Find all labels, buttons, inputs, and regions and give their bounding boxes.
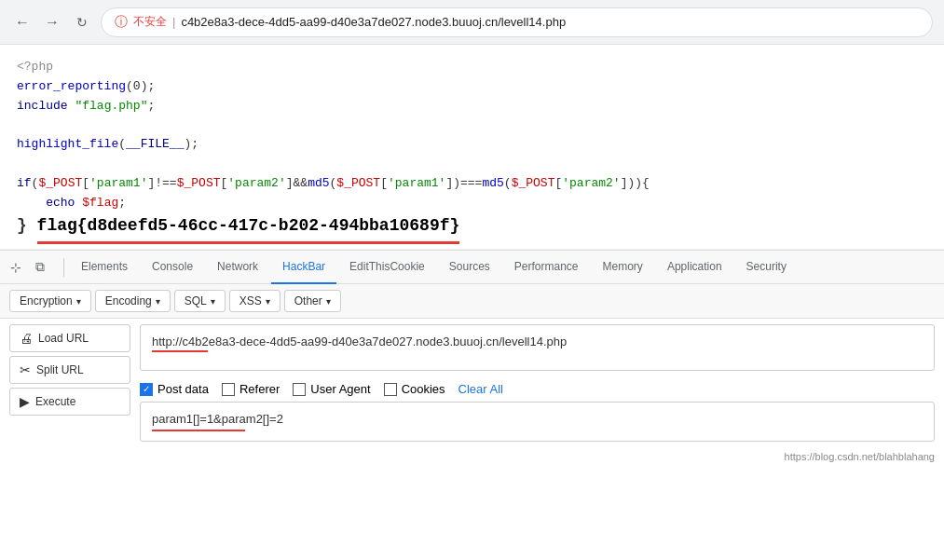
source-line-3: include "flag.php"; xyxy=(17,97,927,116)
encoding-label: Encoding xyxy=(105,294,152,307)
separator: | xyxy=(172,15,175,29)
postdata-checkbox[interactable]: ✓ xyxy=(140,383,153,396)
source-line-1: <?php xyxy=(17,58,927,77)
other-menu[interactable]: Other ▾ xyxy=(284,290,341,312)
url-input[interactable]: http://c4b2e8a3-dece-4dd5-aa99-d40e3a7de… xyxy=(140,324,935,371)
split-url-icon: ✂ xyxy=(20,362,31,377)
source-line-7: if($_POST['param1']!==$_POST['param2']&&… xyxy=(17,174,927,194)
tab-hackbar[interactable]: HackBar xyxy=(271,251,336,284)
xss-label: XSS xyxy=(239,294,262,307)
encoding-menu[interactable]: Encoding ▾ xyxy=(95,290,171,312)
dt-icon-group: ⊹ ⧉ xyxy=(6,257,50,278)
load-url-label: Load URL xyxy=(38,332,89,345)
toolbar-divider xyxy=(63,258,64,277)
referer-option[interactable]: Referer xyxy=(222,382,280,396)
encoding-arrow: ▾ xyxy=(156,296,160,307)
referer-checkbox[interactable] xyxy=(222,383,235,396)
insecure-label: 不安全 xyxy=(133,14,167,30)
url-underline xyxy=(152,350,208,352)
source-line-9: } flag{d8deefd5-46cc-417c-b202-494bba106… xyxy=(17,212,927,244)
tab-console[interactable]: Console xyxy=(141,251,204,284)
execute-icon: ▶ xyxy=(20,394,30,409)
tab-network[interactable]: Network xyxy=(206,251,269,284)
useragent-label: User Agent xyxy=(310,382,370,396)
source-line-5: highlight_file(__FILE__); xyxy=(17,135,927,155)
encryption-arrow: ▾ xyxy=(76,296,81,307)
other-arrow: ▾ xyxy=(326,296,331,307)
referer-label: Referer xyxy=(239,382,280,396)
tab-application[interactable]: Application xyxy=(656,251,733,284)
hackbar-area: Encryption ▾ Encoding ▾ SQL ▾ XSS ▾ Othe… xyxy=(0,284,944,466)
url-value: http://c4b2e8a3-dece-4dd5-aa99-d40e3a7de… xyxy=(152,335,567,348)
source-line-8: echo $flag; xyxy=(17,194,927,213)
encryption-menu[interactable]: Encryption ▾ xyxy=(9,290,91,312)
tab-memory[interactable]: Memory xyxy=(592,251,654,284)
postdata-option[interactable]: ✓ Post data xyxy=(140,382,209,396)
devtools-toolbar: ⊹ ⧉ Elements Console Network HackBar Edi… xyxy=(0,251,944,284)
tab-performance[interactable]: Performance xyxy=(503,251,590,284)
source-line-4 xyxy=(17,116,927,135)
source-line-2: error_reporting(0); xyxy=(17,77,927,97)
hackbar-options: ✓ Post data Referer User Agent Cookies xyxy=(140,376,935,402)
load-url-icon: 🖨 xyxy=(20,331,33,346)
post-data-value: param1[]=1&param2[]=2 xyxy=(152,412,283,426)
hackbar-menu: Encryption ▾ Encoding ▾ SQL ▾ XSS ▾ Othe… xyxy=(0,284,944,319)
footer-url: https://blog.csdn.net/blahblahang xyxy=(785,451,935,462)
split-url-label: Split URL xyxy=(36,363,84,376)
devtools-panel: ⊹ ⧉ Elements Console Network HackBar Edi… xyxy=(0,250,944,466)
sql-menu[interactable]: SQL ▾ xyxy=(174,290,226,312)
address-url: c4b2e8a3-dece-4dd5-aa99-d40e3a7de027.nod… xyxy=(181,15,566,29)
hackbar-actions: 🖨 Load URL ✂ Split URL ▶ Execute xyxy=(9,324,140,442)
forward-button[interactable]: → xyxy=(41,11,63,34)
load-url-button[interactable]: 🖨 Load URL xyxy=(9,324,130,352)
execute-button[interactable]: ▶ Execute xyxy=(9,388,130,416)
cookies-checkbox[interactable] xyxy=(384,383,397,396)
sql-arrow: ▾ xyxy=(211,296,215,307)
tab-sources[interactable]: Sources xyxy=(438,251,501,284)
security-icon: ⓘ xyxy=(115,14,128,31)
cursor-icon[interactable]: ⊹ xyxy=(6,257,26,278)
tab-elements[interactable]: Elements xyxy=(70,251,139,284)
split-url-button[interactable]: ✂ Split URL xyxy=(9,356,130,384)
post-underline xyxy=(152,430,245,431)
tab-security[interactable]: Security xyxy=(735,251,798,284)
hackbar-main: 🖨 Load URL ✂ Split URL ▶ Execute http://… xyxy=(0,319,944,447)
page-source: <?php error_reporting(0); include "flag.… xyxy=(0,45,944,250)
address-bar[interactable]: ⓘ 不安全 | c4b2e8a3-dece-4dd5-aa99-d40e3a7d… xyxy=(101,7,933,37)
layers-icon[interactable]: ⧉ xyxy=(30,257,50,278)
browser-chrome: ← → ↻ ⓘ 不安全 | c4b2e8a3-dece-4dd5-aa99-d4… xyxy=(0,0,944,45)
tab-editthiscookie[interactable]: EditThisCookie xyxy=(338,251,436,284)
hackbar-content: http://c4b2e8a3-dece-4dd5-aa99-d40e3a7de… xyxy=(140,324,935,442)
cookies-label: Cookies xyxy=(402,382,445,396)
other-label: Other xyxy=(294,294,322,307)
xss-menu[interactable]: XSS ▾ xyxy=(229,290,280,312)
execute-label: Execute xyxy=(35,395,75,408)
sql-label: SQL xyxy=(185,294,207,307)
cookies-option[interactable]: Cookies xyxy=(384,382,445,396)
source-line-6 xyxy=(17,155,927,174)
xss-arrow: ▾ xyxy=(266,296,270,307)
hackbar-footer: https://blog.csdn.net/blahblahang xyxy=(0,447,944,466)
clear-all-link[interactable]: Clear All xyxy=(458,382,503,396)
reload-button[interactable]: ↻ xyxy=(71,11,93,34)
post-data-input[interactable]: param1[]=1&param2[]=2 xyxy=(140,402,935,442)
back-button[interactable]: ← xyxy=(11,11,34,34)
postdata-label: Post data xyxy=(157,382,209,396)
encryption-label: Encryption xyxy=(20,294,73,307)
useragent-option[interactable]: User Agent xyxy=(293,382,370,396)
useragent-checkbox[interactable] xyxy=(293,383,306,396)
